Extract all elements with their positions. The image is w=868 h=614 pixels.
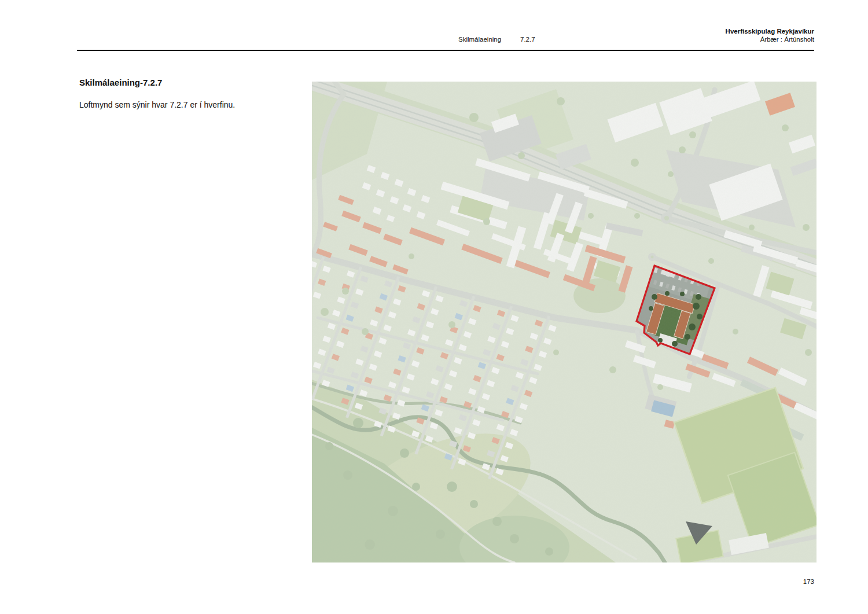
aerial-map-figure (312, 82, 816, 562)
header-doc-label: Skilmálaeining (458, 36, 501, 43)
photo-grain (312, 82, 816, 562)
page-title: Skilmálaeining-7.2.7 (79, 78, 162, 87)
page-number: 173 (803, 578, 814, 585)
header-rule (77, 50, 814, 51)
header-org-block: Hverfisskipulag Reykjavíkur Árbær : Ártú… (726, 28, 814, 43)
aerial-map (312, 82, 816, 562)
map-caption: Loftmynd sem sýnir hvar 7.2.7 er í hverf… (79, 100, 235, 109)
header-org-title: Hverfisskipulag Reykjavíkur (726, 28, 814, 36)
header-area: Árbær : Ártúnsholt (726, 36, 814, 44)
document-page: Skilmálaeining 7.2.7 Hverfisskipulag Rey… (0, 0, 868, 614)
header-doc-number: 7.2.7 (520, 36, 535, 43)
